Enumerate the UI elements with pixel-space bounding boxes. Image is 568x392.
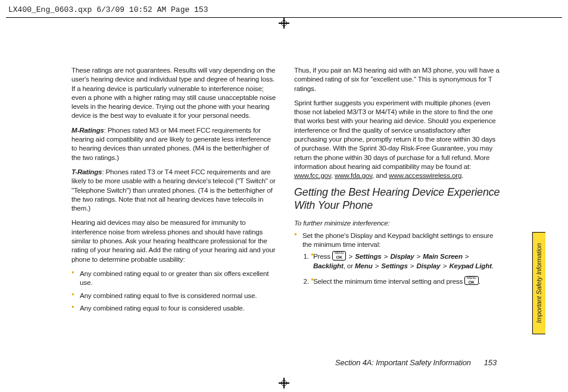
manual-page: LX400_Eng_0603.qxp 6/3/09 10:52 AM Page … [0,0,568,392]
link-accesswireless[interactable]: www.accesswireless.org [389,171,461,179]
nav-keypad-light: Keypad Light [449,262,492,269]
text: Press [313,252,332,260]
menu-ok-key-icon: MENUOK [332,251,347,260]
lead-line: To further minimize interference: [294,218,500,227]
list-item: Any combined rating equal to four is con… [71,303,277,312]
text: , or [344,262,355,269]
nav-main-screen: Main Screen [423,252,463,260]
footer-section: Section 4A: Important Safety Information [335,358,471,367]
prepress-slug: LX400_Eng_0603.qxp 6/3/09 10:52 AM Page … [6,4,562,18]
column-left: These ratings are not guarantees. Result… [71,65,277,339]
link-fcc[interactable]: www.fcc.gov [294,171,331,179]
text: : Phones rated T3 or T4 meet FCC require… [71,168,276,212]
thumb-tab-label: Important Safety Information [536,243,543,323]
paragraph-t-ratings: T-Ratings: Phones rated T3 or T4 meet FC… [71,167,277,212]
section-heading: Getting the Best Hearing Device Experien… [294,186,500,212]
usability-list: Any combined rating equal to or greater … [71,269,277,312]
list-item: Any combined rating equal to five is con… [71,291,277,300]
step-1: Press MENUOK > Settings > Display > Main… [311,251,500,269]
interference-list: Set the phone's Display and Keypad backl… [294,231,500,286]
thumb-tab-safety: Important Safety Information [532,232,545,334]
paragraph: Hearing aid devices may also be measured… [71,218,277,263]
menu-ok-key-icon: MENUOK [464,276,479,285]
text: , and [372,171,389,179]
nav-display-2: Display [417,262,441,269]
label-t-ratings: T-Ratings [71,168,102,175]
paragraph: These ratings are not guarantees. Result… [71,65,277,120]
registration-mark-top [279,18,289,29]
link-fda[interactable]: www.fda.gov [335,171,372,179]
text: Select the minimum time interval setting… [313,277,464,285]
body-columns: These ratings are not guarantees. Result… [71,65,500,339]
nav-settings-2: Settings [381,262,407,269]
nav-settings: Settings [355,252,381,260]
step-2: Select the minimum time interval setting… [311,276,500,286]
list-item: Any combined rating equal to or greater … [71,269,277,287]
page-footer: Section 4A: Important Safety Information… [0,358,568,367]
nav-menu: Menu [355,262,373,269]
paragraph: Sprint further suggests you experiment w… [294,98,500,180]
paragraph-m-ratings: M-Ratings: Phones rated M3 or M4 meet FC… [71,126,277,162]
page-number: 153 [484,358,497,367]
steps-list: Press MENUOK > Settings > Display > Main… [311,251,500,285]
text: Sprint further suggests you experiment w… [294,99,496,170]
paragraph: Thus, if you pair an M3 hearing aid with… [294,65,500,93]
label-m-ratings: M-Ratings [71,126,104,134]
nav-backlight: Backlight [313,262,344,269]
nav-display: Display [390,252,414,260]
text: Set the phone's Display and Keypad backl… [302,231,493,248]
list-item: Set the phone's Display and Keypad backl… [294,231,500,286]
registration-mark-bottom [279,378,289,388]
column-right: Thus, if you pair an M3 hearing aid with… [294,65,500,339]
